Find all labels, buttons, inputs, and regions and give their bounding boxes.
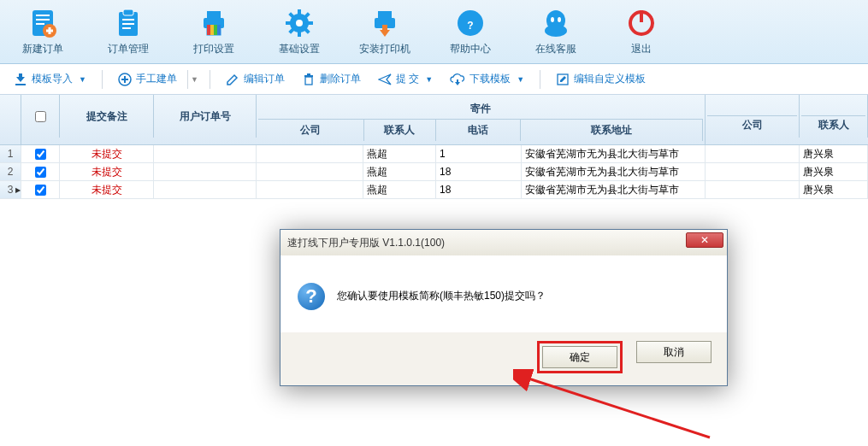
close-icon: ✕ [700, 234, 709, 246]
caret-down-icon: ▼ [79, 75, 86, 84]
col-remark-header: 提交备注 [60, 95, 154, 138]
row-checkbox[interactable] [35, 167, 46, 178]
order-mgmt-button[interactable]: 订单管理 [86, 4, 171, 59]
table-row[interactable]: 3▶ 未提交 燕超 18 安徽省芜湖市无为县北大街与草市 唐兴泉 [0, 181, 868, 199]
svg-marker-49 [379, 74, 391, 85]
download-template-label: 下载模板 [469, 72, 511, 86]
send-icon [378, 73, 392, 86]
pencil-icon [226, 73, 239, 86]
row-company2 [706, 181, 800, 198]
row-contact2: 唐兴泉 [800, 181, 868, 198]
row-contact: 燕超 [363, 145, 436, 162]
online-service-label: 在线客服 [535, 42, 576, 56]
delete-order-button[interactable]: 删除订单 [295, 68, 368, 90]
col-sender-group-header: 寄件 [258, 98, 703, 120]
row-phone: 18 [436, 181, 522, 198]
row-contact: 燕超 [363, 181, 436, 198]
svg-rect-2 [36, 19, 50, 21]
svg-rect-16 [210, 25, 214, 35]
cancel-button[interactable]: 取消 [636, 341, 712, 363]
col-phone-header: 电话 [436, 120, 521, 141]
exit-button[interactable]: 退出 [599, 4, 684, 59]
question-icon: ? [298, 283, 325, 310]
svg-rect-21 [298, 9, 301, 15]
import-template-button[interactable]: 模板导入 ▼ [7, 68, 93, 90]
row-checkbox[interactable] [35, 185, 46, 196]
row-remark: 未提交 [60, 145, 154, 162]
ok-button[interactable]: 确定 [542, 346, 617, 368]
svg-point-36 [551, 17, 554, 22]
caret-down-icon: ▼ [425, 75, 433, 84]
svg-text:?: ? [467, 20, 473, 32]
row-contact2: 唐兴泉 [800, 145, 868, 162]
help-button[interactable]: ? 帮助中心 [428, 4, 513, 59]
row-addr: 安徽省芜湖市无为县北大街与草市 [522, 145, 706, 162]
power-icon [626, 8, 657, 38]
svg-point-37 [558, 17, 561, 22]
svg-rect-6 [49, 27, 51, 34]
edit-box-icon [556, 73, 570, 86]
online-service-button[interactable]: 在线客服 [513, 4, 599, 59]
help-icon: ? [455, 8, 486, 38]
base-setting-label: 基础设置 [279, 42, 320, 56]
new-order-button[interactable]: 新建订单 [0, 4, 86, 59]
dialog-footer: 确定 取消 [280, 332, 727, 385]
plus-circle-icon [118, 73, 132, 86]
row-company2 [706, 163, 800, 180]
manual-create-button[interactable]: 手工建单 [111, 68, 184, 90]
exit-label: 退出 [631, 42, 652, 56]
print-setting-button[interactable]: 打印设置 [171, 4, 257, 59]
col-checkbox-header[interactable] [21, 95, 60, 138]
manual-create-dropdown[interactable]: ▼ [187, 70, 201, 89]
row-checkbox-cell[interactable] [21, 145, 60, 162]
svg-rect-12 [207, 11, 221, 18]
row-company [257, 145, 363, 162]
row-index: 2 [0, 163, 21, 180]
svg-marker-45 [227, 75, 237, 85]
row-remark: 未提交 [60, 181, 154, 198]
svg-rect-9 [122, 19, 134, 21]
svg-rect-39 [640, 10, 643, 22]
row-phone: 18 [436, 163, 522, 180]
table-row[interactable]: 2 未提交 燕超 18 安徽省芜湖市无为县北大街与草市 唐兴泉 [0, 163, 868, 181]
svg-rect-41 [15, 84, 26, 85]
col-company2-header: 公司 [707, 116, 797, 134]
select-all-checkbox[interactable] [35, 111, 46, 122]
col-contact-header: 联系人 [364, 120, 436, 141]
new-order-label: 新建订单 [22, 42, 63, 56]
row-company2 [706, 145, 800, 162]
install-printer-button[interactable]: 安装打印机 [342, 4, 428, 59]
row-company [257, 181, 363, 198]
col-contact2-header: 联系人 [801, 116, 865, 134]
svg-rect-23 [286, 21, 291, 25]
base-setting-button[interactable]: 基础设置 [257, 4, 342, 59]
confirm-dialog: 速打线下用户专用版 V1.1.0.1(100) ✕ ? 您确认要使用模板简称(顺… [280, 229, 728, 386]
col-company-header: 公司 [258, 120, 364, 141]
download-template-button[interactable]: 下载模板 ▼ [443, 68, 531, 90]
order-mgmt-label: 订单管理 [108, 42, 149, 56]
gear-icon [284, 8, 315, 38]
row-checkbox-cell[interactable] [21, 181, 60, 198]
print-setting-label: 打印设置 [193, 42, 234, 56]
col-userno-header: 用户订单号 [154, 95, 257, 138]
svg-marker-40 [16, 73, 25, 82]
submit-button[interactable]: 提 交 ▼ [371, 68, 440, 90]
row-checkbox-cell[interactable] [21, 163, 60, 180]
row-checkbox[interactable] [35, 149, 46, 160]
svg-rect-8 [123, 9, 133, 15]
dialog-close-button[interactable]: ✕ [686, 232, 723, 248]
row-addr: 安徽省芜湖市无为县北大街与草市 [522, 163, 706, 180]
rowhead-blank [0, 95, 21, 144]
row-userno [154, 145, 257, 162]
edit-order-button[interactable]: 编辑订单 [219, 68, 292, 90]
table-row[interactable]: 1 未提交 燕超 1 安徽省芜湖市无为县北大街与草市 唐兴泉 [0, 145, 868, 163]
row-contact: 燕超 [363, 163, 436, 180]
row-company [257, 163, 363, 180]
dialog-titlebar[interactable]: 速打线下用户专用版 V1.1.0.1(100) ✕ [280, 230, 727, 255]
edit-custom-template-label: 编辑自定义模板 [574, 72, 646, 86]
printer-color-icon [198, 8, 229, 38]
svg-rect-11 [122, 27, 131, 29]
row-userno [154, 163, 257, 180]
svg-marker-52 [560, 76, 566, 82]
edit-custom-template-button[interactable]: 编辑自定义模板 [549, 68, 652, 90]
